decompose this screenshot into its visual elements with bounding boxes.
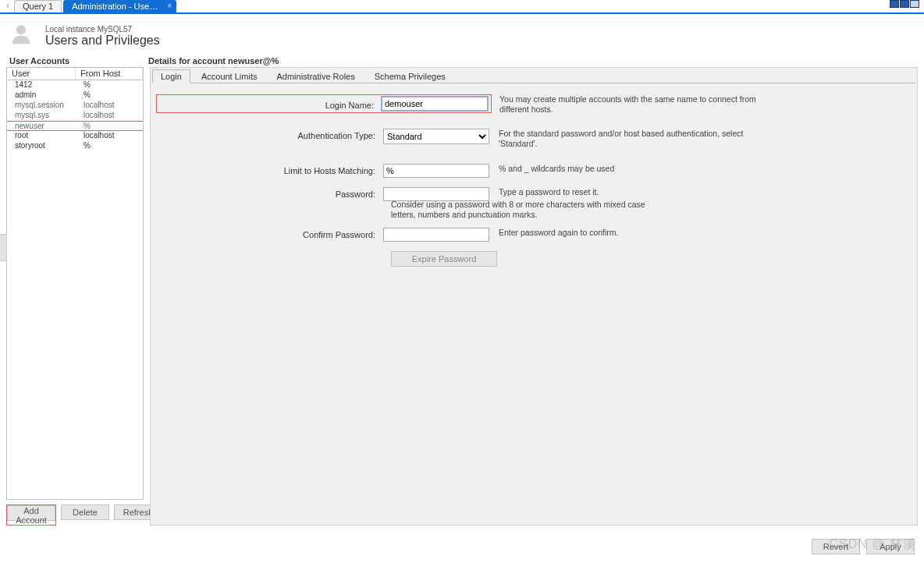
table-row[interactable]: 1412% (7, 80, 143, 90)
add-account-button[interactable]: Add Account (7, 505, 55, 521)
details-heading: Details for account newuser@% (148, 56, 279, 67)
tab-login[interactable]: Login (152, 69, 190, 83)
tab-admin-roles[interactable]: Administrative Roles (268, 69, 363, 83)
login-name-hint: You may create multiple accounts with th… (499, 94, 765, 115)
auth-type-label: Authentication Type: (157, 129, 383, 140)
expire-password-button[interactable]: Expire Password (391, 251, 497, 267)
page-title: Users and Privileges (45, 34, 160, 48)
window-tiler-icon[interactable] (890, 0, 919, 9)
password-label: Password: (157, 187, 383, 199)
tab-account-limits[interactable]: Account Limits (193, 69, 266, 83)
svg-point-0 (16, 25, 26, 34)
hosts-input[interactable] (383, 164, 489, 178)
confirm-password-hint: Enter password again to confirm. (499, 228, 619, 238)
top-tab-strip: ‹ Query 1 Administration - Users and Pri… (0, 0, 924, 14)
user-accounts-heading: User Accounts (9, 56, 148, 67)
apply-button[interactable]: Apply (866, 539, 915, 554)
table-row[interactable]: rootlocalhost (7, 131, 143, 141)
password-input[interactable] (383, 187, 489, 201)
tab-label: Administration - Users and Privil… (72, 2, 176, 11)
login-name-input[interactable] (382, 97, 488, 111)
details-panel: Login Account Limits Administrative Role… (150, 67, 918, 526)
close-icon[interactable]: × (167, 2, 172, 10)
revert-button[interactable]: Revert (812, 539, 860, 554)
password-hint: Type a password to reset it. (499, 187, 599, 197)
auth-type-select[interactable]: Standard (383, 129, 489, 144)
confirm-password-input[interactable] (383, 228, 489, 242)
delete-account-button[interactable]: Delete (61, 505, 109, 520)
auth-type-hint: For the standard password and/or host ba… (499, 129, 764, 149)
hosts-hint: % and _ wildcards may be used (499, 164, 614, 174)
col-user[interactable]: User (7, 68, 76, 80)
table-row[interactable]: admin% (7, 90, 143, 101)
confirm-password-label: Confirm Password: (157, 228, 383, 239)
tab-scroll-left-icon[interactable]: ‹ (6, 0, 9, 11)
page-header: Local instance MySQL57 Users and Privile… (0, 14, 924, 56)
hosts-label: Limit to Hosts Matching: (157, 164, 383, 175)
tab-schema-privileges[interactable]: Schema Privileges (366, 69, 454, 83)
tab-query1[interactable]: Query 1 (14, 0, 62, 12)
table-row[interactable]: mysql.syslocalhost (7, 111, 143, 121)
login-name-label: Login Name: (157, 98, 382, 110)
left-edge-scroll-handle[interactable] (0, 234, 7, 261)
table-row-newuser[interactable]: newuser% (7, 121, 143, 131)
password-advice: Consider using a password with 8 or more… (391, 200, 656, 220)
tab-admin-users-priv[interactable]: Administration - Users and Privil… × (63, 0, 176, 12)
users-header-icon (8, 22, 34, 45)
table-row[interactable]: storyroot% (7, 141, 143, 151)
user-accounts-table[interactable]: User From Host 1412% admin% mysql.sessio… (6, 67, 144, 500)
table-row[interactable]: mysql.sessionlocalhost (7, 101, 143, 111)
connection-label: Local instance MySQL57 (45, 25, 160, 34)
col-host[interactable]: From Host (76, 68, 143, 80)
